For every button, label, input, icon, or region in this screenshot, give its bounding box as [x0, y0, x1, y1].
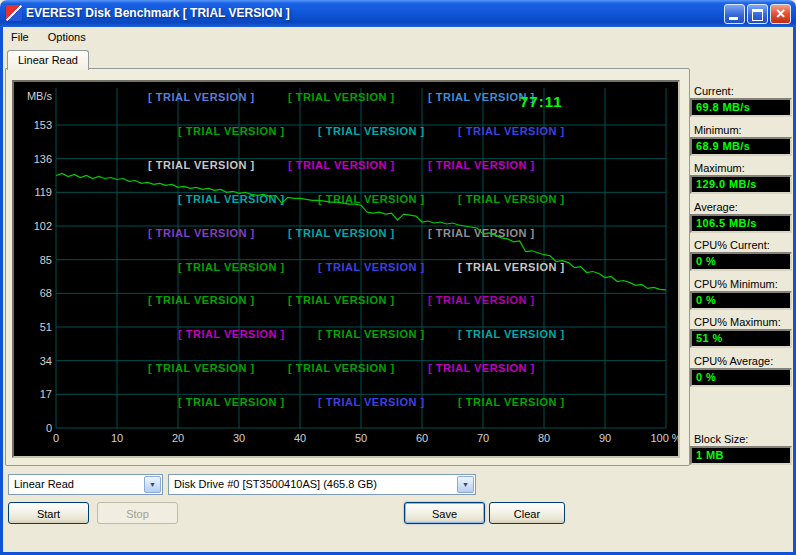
y-tick-label: 68	[40, 287, 52, 299]
app-icon	[6, 5, 22, 21]
y-tick-label: 34	[40, 355, 52, 367]
trial-watermark: [ TRIAL VERSION ]	[148, 362, 255, 374]
x-tick-label: 20	[172, 432, 184, 444]
save-button[interactable]: Save	[404, 502, 485, 524]
tab-linear-read[interactable]: Linear Read	[7, 50, 89, 70]
trial-watermark: [ TRIAL VERSION ]	[428, 294, 535, 306]
trial-watermark: [ TRIAL VERSION ]	[288, 362, 395, 374]
stat-value-box: 129.0 MB/s	[690, 175, 792, 194]
y-tick-label: 119	[34, 186, 52, 198]
x-tick-label: 80	[538, 432, 550, 444]
x-tick-label: 100 %	[650, 432, 678, 444]
trial-watermark: [ TRIAL VERSION ]	[178, 193, 285, 205]
stat-label: CPU% Current:	[694, 239, 770, 251]
stat-value-box: 1 MB	[690, 446, 792, 465]
x-tick-label: 60	[416, 432, 428, 444]
y-tick-label: 102	[34, 220, 52, 232]
y-axis-unit-label: MB/s	[27, 90, 53, 102]
stat-label: CPU% Minimum:	[694, 278, 778, 290]
x-tick-label: 30	[233, 432, 245, 444]
trial-watermark: [ TRIAL VERSION ]	[148, 159, 255, 171]
trial-watermark: [ TRIAL VERSION ]	[458, 125, 565, 137]
x-tick-label: 70	[477, 432, 489, 444]
trial-watermark: [ TRIAL VERSION ]	[148, 227, 255, 239]
chevron-down-icon[interactable]: ▼	[144, 476, 161, 493]
trial-watermark: [ TRIAL VERSION ]	[288, 227, 395, 239]
trial-watermark: [ TRIAL VERSION ]	[318, 328, 425, 340]
stop-button[interactable]: Stop	[97, 502, 178, 524]
trial-watermark: [ TRIAL VERSION ]	[148, 91, 255, 103]
y-tick-label: 51	[40, 321, 52, 333]
stat-value-box: 0 %	[690, 252, 792, 271]
drive-select[interactable]: Disk Drive #0 [ST3500410AS] (465.8 GB) ▼	[168, 474, 476, 495]
elapsed-time-label: 77:11	[520, 93, 563, 110]
trial-watermark: [ TRIAL VERSION ]	[458, 396, 565, 408]
trial-watermark: [ TRIAL VERSION ]	[178, 261, 285, 273]
start-button[interactable]: Start	[8, 502, 89, 524]
benchmark-chart: MB/s017345168851021191361530102030405060…	[12, 80, 680, 458]
trial-watermark: [ TRIAL VERSION ]	[458, 261, 565, 273]
stat-value-box: 68.9 MB/s	[690, 137, 792, 156]
y-tick-label: 85	[40, 254, 52, 266]
y-tick-label: 136	[34, 153, 52, 165]
benchmark-panel: MB/s017345168851021191361530102030405060…	[5, 68, 690, 466]
stat-label: Maximum:	[694, 162, 745, 174]
menu-options[interactable]: Options	[40, 28, 94, 45]
stat-label: Average:	[694, 201, 738, 213]
trial-watermark: [ TRIAL VERSION ]	[318, 125, 425, 137]
x-tick-label: 50	[355, 432, 367, 444]
trial-watermark: [ TRIAL VERSION ]	[178, 396, 285, 408]
x-tick-label: 0	[53, 432, 59, 444]
trial-watermark: [ TRIAL VERSION ]	[178, 125, 285, 137]
stat-value-box: 0 %	[690, 291, 792, 310]
trial-watermark: [ TRIAL VERSION ]	[288, 159, 395, 171]
x-tick-label: 90	[599, 432, 611, 444]
stat-label: CPU% Maximum:	[694, 316, 781, 328]
title-bar: EVEREST Disk Benchmark [ TRIAL VERSION ]	[0, 0, 796, 27]
stat-value-box: 0 %	[690, 368, 792, 387]
trial-watermark: [ TRIAL VERSION ]	[288, 294, 395, 306]
benchmark-type-value: Linear Read	[14, 478, 74, 490]
trial-watermark: [ TRIAL VERSION ]	[318, 261, 425, 273]
close-button[interactable]	[770, 4, 791, 24]
trial-watermark: [ TRIAL VERSION ]	[318, 193, 425, 205]
window-title: EVEREST Disk Benchmark [ TRIAL VERSION ]	[26, 6, 290, 20]
stat-value-box: 69.8 MB/s	[690, 98, 792, 117]
maximize-button[interactable]	[747, 4, 768, 24]
minimize-button[interactable]	[724, 4, 745, 24]
x-tick-label: 10	[111, 432, 123, 444]
stat-label: Block Size:	[694, 433, 748, 445]
trial-watermark: [ TRIAL VERSION ]	[428, 159, 535, 171]
drive-select-value: Disk Drive #0 [ST3500410AS] (465.8 GB)	[174, 478, 377, 490]
stats-sidebar: Current:69.8 MB/sMinimum:68.9 MB/sMaximu…	[690, 0, 792, 555]
trial-watermark: [ TRIAL VERSION ]	[428, 362, 535, 374]
stat-value-box: 51 %	[690, 329, 792, 348]
chevron-down-icon[interactable]: ▼	[457, 476, 474, 493]
y-tick-label: 153	[34, 119, 52, 131]
benchmark-type-select[interactable]: Linear Read ▼	[8, 474, 163, 495]
trial-watermark: [ TRIAL VERSION ]	[458, 193, 565, 205]
stat-value-box: 106.5 MB/s	[690, 214, 792, 233]
trial-watermark: [ TRIAL VERSION ]	[288, 91, 395, 103]
trial-watermark: [ TRIAL VERSION ]	[148, 294, 255, 306]
menu-bar: File Options	[3, 28, 793, 48]
stat-label: CPU% Average:	[694, 355, 773, 367]
y-tick-label: 0	[46, 422, 52, 434]
benchmark-chart-svg: MB/s017345168851021191361530102030405060…	[14, 82, 678, 456]
menu-file[interactable]: File	[3, 28, 37, 45]
trial-watermark: [ TRIAL VERSION ]	[318, 396, 425, 408]
clear-button[interactable]: Clear	[489, 502, 565, 524]
stat-label: Current:	[694, 85, 734, 97]
stat-label: Minimum:	[694, 124, 742, 136]
x-tick-label: 40	[294, 432, 306, 444]
trial-watermark: [ TRIAL VERSION ]	[178, 328, 285, 340]
trial-watermark: [ TRIAL VERSION ]	[428, 91, 535, 103]
trial-watermark: [ TRIAL VERSION ]	[458, 328, 565, 340]
y-tick-label: 17	[40, 388, 52, 400]
